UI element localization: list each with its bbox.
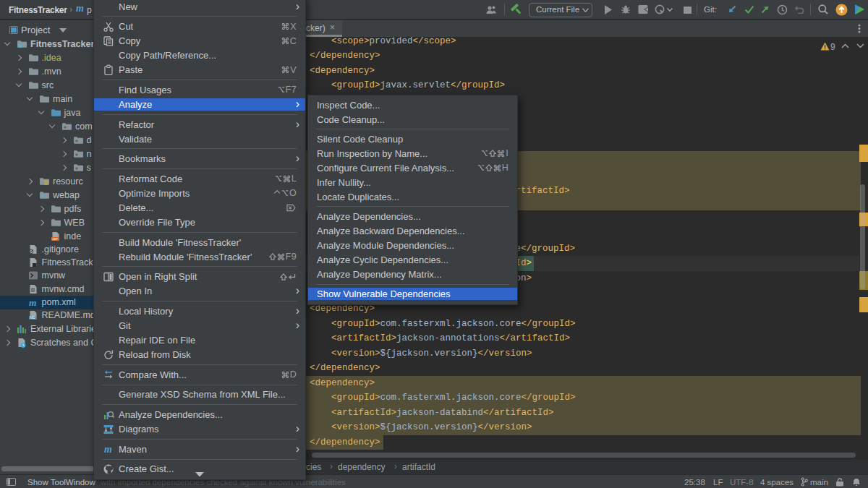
svg-text:m: m <box>29 297 37 307</box>
svg-text:MD: MD <box>30 316 35 320</box>
svg-text:JSP: JSP <box>51 237 57 241</box>
svg-text:m: m <box>104 444 112 455</box>
